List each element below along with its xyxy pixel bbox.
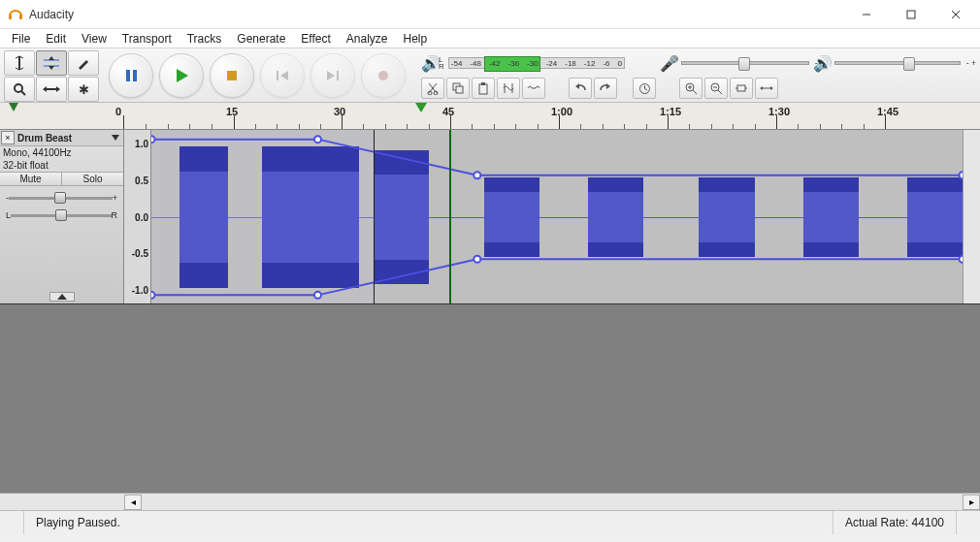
zoom-out-button[interactable] <box>704 78 728 99</box>
paste-button[interactable] <box>472 78 495 99</box>
selection-tool-icon[interactable] <box>4 50 35 76</box>
mute-button[interactable]: Mute <box>0 173 62 185</box>
sync-lock-button[interactable] <box>633 78 656 99</box>
playback-meter[interactable]: 🔊 LR -54 -48 -42 -36 -30 -24 -18 -12 -6 … <box>421 51 625 75</box>
recording-volume-slider[interactable] <box>681 61 809 65</box>
multi-tool-icon[interactable]: ✱ <box>68 77 99 102</box>
svg-rect-24 <box>277 71 278 80</box>
meter-lr-label: LR <box>439 56 446 70</box>
vertical-scrollbar[interactable] <box>963 130 980 303</box>
fit-selection-button[interactable] <box>730 78 753 99</box>
scale-label: -0.5 <box>132 248 148 259</box>
scroll-left-button[interactable]: ◂ <box>124 494 142 510</box>
meter-tick: -18 <box>565 59 576 68</box>
copy-button[interactable] <box>446 78 470 99</box>
status-bar: Playing Paused. Actual Rate: 44100 <box>0 510 980 534</box>
menu-generate[interactable]: Generate <box>229 30 293 48</box>
cut-button[interactable] <box>421 78 444 99</box>
svg-line-50 <box>718 90 722 94</box>
empty-track-area[interactable] <box>0 304 980 493</box>
vertical-scale[interactable]: 1.0 0.5 0.0 -0.5 -1.0 <box>124 130 151 303</box>
skip-start-button[interactable] <box>260 53 305 98</box>
menu-transport[interactable]: Transport <box>114 30 180 48</box>
edit-toolbar <box>421 78 545 99</box>
timeline-ruler[interactable]: 01530451:001:151:301:45 <box>0 103 980 130</box>
skip-end-button[interactable] <box>310 53 355 98</box>
close-button[interactable] <box>933 0 978 29</box>
title-bar: Audacity <box>0 0 980 29</box>
track-format: Mono, 44100Hz <box>0 146 123 159</box>
track-menu-button[interactable] <box>112 135 119 141</box>
svg-rect-36 <box>481 82 485 85</box>
zoom-in-button[interactable] <box>679 78 702 99</box>
svg-rect-23 <box>227 71 237 80</box>
svg-rect-27 <box>337 71 339 80</box>
undo-button[interactable] <box>569 78 592 99</box>
toolbar: ✱ 🔊 LR -54 -48 -42 -36 -30 -24 -18 -12 -… <box>0 48 980 103</box>
trim-button[interactable] <box>497 78 520 99</box>
scale-label: 0.5 <box>135 175 148 185</box>
menu-help[interactable]: Help <box>396 30 436 48</box>
menu-view[interactable]: View <box>74 30 114 48</box>
playback-volume[interactable]: 🔊 - + <box>813 51 976 75</box>
track-name[interactable]: Drum Beast <box>17 132 108 144</box>
playback-volume-slider[interactable] <box>834 61 961 65</box>
menu-tracks[interactable]: Tracks <box>180 30 230 48</box>
timeshift-tool-icon[interactable] <box>36 77 67 102</box>
svg-marker-14 <box>49 66 54 70</box>
menu-edit[interactable]: Edit <box>38 30 74 48</box>
pan-slider[interactable]: L R <box>6 209 117 221</box>
svg-rect-34 <box>456 86 463 93</box>
svg-marker-18 <box>43 86 47 92</box>
redo-button[interactable] <box>594 78 617 99</box>
status-rate: Actual Rate: 44100 <box>833 511 957 534</box>
fit-project-button[interactable] <box>755 78 778 99</box>
pause-button[interactable] <box>109 53 153 98</box>
gain-plus-icon: + <box>113 193 117 203</box>
history-toolbar <box>569 78 617 99</box>
meter-tick: 0 <box>618 59 622 68</box>
track-close-button[interactable]: × <box>1 131 15 144</box>
svg-marker-19 <box>56 86 60 92</box>
track-bitdepth: 32-bit float <box>0 159 123 172</box>
menu-file[interactable]: File <box>4 30 38 48</box>
draw-tool-icon[interactable] <box>68 50 99 76</box>
solo-button[interactable]: Solo <box>62 173 123 185</box>
menu-analyze[interactable]: Analyze <box>339 30 396 48</box>
track-row: × Drum Beast Mono, 44100Hz 32-bit float … <box>0 130 980 304</box>
svg-marker-22 <box>177 69 188 82</box>
gain-slider[interactable]: - + <box>6 192 117 204</box>
scale-label: -1.0 <box>132 284 148 295</box>
recording-volume[interactable]: 🎤 - + <box>660 51 825 75</box>
record-button[interactable] <box>361 53 406 98</box>
speaker-icon: 🔊 <box>813 54 829 73</box>
maximize-button[interactable] <box>889 0 933 29</box>
svg-marker-13 <box>49 56 54 60</box>
envelope-tool-icon[interactable] <box>36 50 67 76</box>
status-resize[interactable] <box>957 511 980 534</box>
stop-button[interactable] <box>210 53 254 98</box>
meter-tick: -42 <box>489 59 501 68</box>
meter-tick: -24 <box>546 59 558 68</box>
play-button[interactable] <box>159 53 204 98</box>
horizontal-scrollbar[interactable]: ◂ ▸ <box>0 493 980 510</box>
svg-point-62 <box>474 172 480 178</box>
svg-point-63 <box>474 256 480 263</box>
minimize-button[interactable] <box>844 0 889 29</box>
meter-tick: -6 <box>603 59 609 68</box>
tracks-area: × Drum Beast Mono, 44100Hz 32-bit float … <box>0 130 980 510</box>
menu-bar: File Edit View Transport Tracks Generate… <box>0 29 980 48</box>
silence-button[interactable] <box>522 78 545 99</box>
playback-minus-icon: - <box>966 58 969 68</box>
transport-controls <box>109 52 406 99</box>
zoom-tool-icon[interactable] <box>4 77 35 102</box>
svg-rect-1 <box>19 15 22 19</box>
svg-marker-41 <box>606 83 610 89</box>
scroll-right-button[interactable]: ▸ <box>963 494 980 510</box>
collapse-button[interactable] <box>49 292 75 302</box>
svg-marker-26 <box>327 71 335 80</box>
menu-effect[interactable]: Effect <box>293 30 338 48</box>
svg-marker-56 <box>760 86 763 90</box>
waveform-canvas[interactable] <box>151 130 963 303</box>
svg-rect-3 <box>907 11 915 18</box>
